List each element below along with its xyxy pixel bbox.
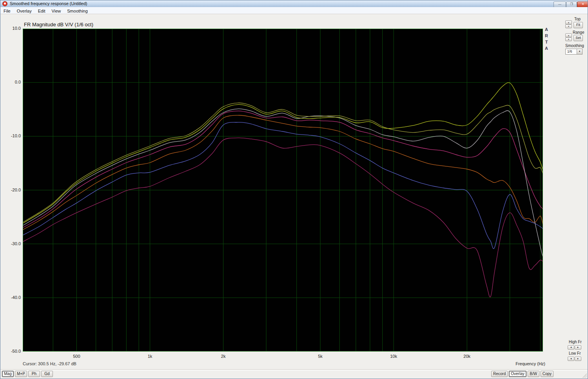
- y-tick-label: -10.0: [2, 133, 21, 138]
- menu-item-overlay[interactable]: Overlay: [14, 8, 35, 13]
- plot-title: FR Magnitude dB V/V (1/6 oct): [24, 22, 93, 27]
- y-tick-label: -20.0: [2, 188, 21, 192]
- plot-area[interactable]: [23, 29, 543, 352]
- menu-item-edit[interactable]: Edit: [35, 8, 49, 13]
- resize-grip[interactable]: [582, 373, 587, 378]
- menu-item-smoothing[interactable]: Smoothing: [64, 8, 91, 13]
- y-tick-label: -30.0: [2, 241, 21, 246]
- smoothing-label: Smoothing: [565, 44, 584, 48]
- top-spin-up-button[interactable]: ▲: [565, 20, 572, 24]
- high-fr-arrows: ◄►: [568, 345, 581, 350]
- b-w-button[interactable]: B/W: [528, 371, 539, 377]
- menu-bar: FileOverlayEditViewSmoothing: [0, 7, 588, 14]
- arta-watermark: ARTA: [544, 26, 549, 51]
- title-bar[interactable]: Smoothed frequency response (Untitled) —…: [0, 0, 588, 7]
- low-fr-arrow-left-icon[interactable]: ◄: [568, 357, 574, 361]
- action-buttons: RecordOverlayB/WCopy: [491, 371, 554, 377]
- copy-button[interactable]: Copy: [541, 371, 554, 377]
- mode-mag-button[interactable]: Mag: [2, 371, 14, 377]
- top-spin-down-button[interactable]: ▼: [565, 24, 572, 28]
- high-fr-label: High Fr: [569, 340, 582, 344]
- menu-item-file[interactable]: File: [0, 8, 14, 13]
- minimize-button[interactable]: —: [554, 2, 566, 7]
- x-tick-label: 20k: [458, 354, 475, 359]
- view-mode-buttons: MagM+PPhGd: [2, 371, 53, 377]
- app-window: Smoothed frequency response (Untitled) —…: [0, 0, 588, 379]
- top-spinner: ▲ ▼: [565, 20, 572, 28]
- y-tick-label: 0.0: [2, 80, 21, 84]
- window-title: Smoothed frequency response (Untitled): [10, 1, 87, 6]
- mode-ph-button[interactable]: Ph: [28, 371, 40, 377]
- record-button[interactable]: Record: [491, 371, 508, 377]
- overlay-button[interactable]: Overlay: [509, 371, 526, 377]
- app-icon: [2, 1, 7, 6]
- smoothing-dropdown[interactable]: 1/6 ▼: [565, 49, 583, 55]
- set-button[interactable]: Set: [573, 35, 583, 41]
- low-fr-arrow-right-icon[interactable]: ►: [575, 357, 581, 361]
- low-fr-label: Low Fr: [569, 351, 581, 355]
- close-button[interactable]: ✕: [577, 2, 588, 7]
- mode-m-p-button[interactable]: M+P: [15, 371, 27, 377]
- low-fr-arrows: ◄►: [568, 357, 581, 361]
- range-label: Range: [573, 30, 584, 35]
- menu-item-view[interactable]: View: [49, 8, 64, 13]
- high-fr-arrow-left-icon[interactable]: ◄: [568, 345, 574, 350]
- cursor-readout: Cursor: 300.5 Hz, -29.67 dB: [23, 361, 76, 366]
- y-tick-label: -40.0: [2, 295, 21, 300]
- mode-gd-button[interactable]: Gd: [41, 371, 53, 377]
- smoothing-value: 1/6: [567, 49, 572, 53]
- range-spinner: ▲ ▼: [565, 33, 572, 41]
- y-tick-label: -50.0: [2, 349, 21, 353]
- x-tick-label: 5k: [312, 354, 329, 359]
- high-fr-arrow-right-icon[interactable]: ►: [575, 345, 581, 350]
- chevron-down-icon[interactable]: ▼: [577, 49, 582, 54]
- range-spin-down-button[interactable]: ▼: [565, 37, 572, 41]
- fit-button[interactable]: Fit: [573, 22, 583, 28]
- x-tick-label: 500: [68, 354, 85, 359]
- top-label: Top: [574, 17, 581, 21]
- x-tick-label: 2k: [215, 354, 232, 359]
- x-tick-label: 1k: [142, 354, 159, 359]
- y-tick-label: 10.0: [2, 26, 21, 31]
- x-tick-label: 10k: [385, 354, 402, 359]
- range-spin-up-button[interactable]: ▲: [565, 33, 572, 37]
- restore-button[interactable]: ❐: [566, 2, 577, 7]
- x-axis-title: Frequency (Hz): [490, 361, 545, 366]
